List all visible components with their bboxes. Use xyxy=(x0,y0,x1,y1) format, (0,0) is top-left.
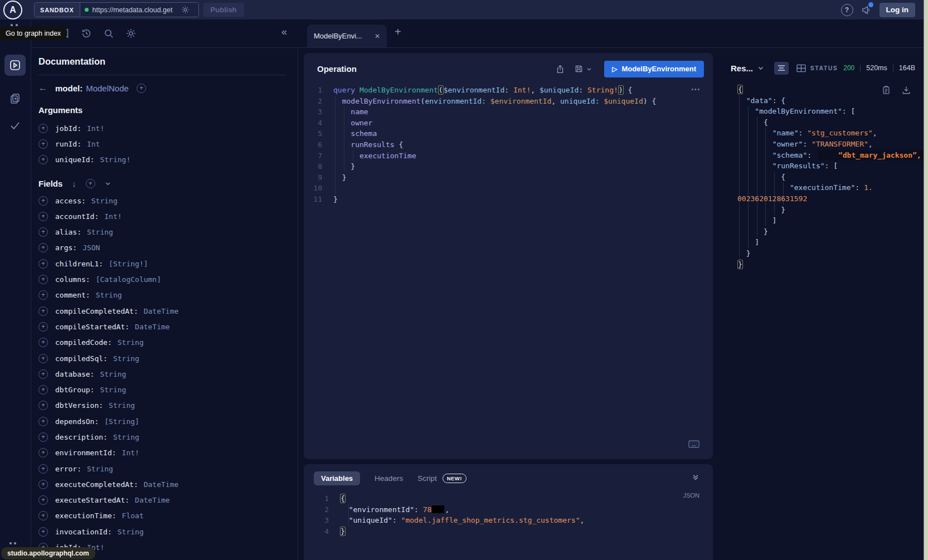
response-chevron-down-icon[interactable] xyxy=(757,65,764,71)
field-type[interactable]: String xyxy=(87,228,113,236)
code-line[interactable]: ] xyxy=(737,215,921,226)
field-type[interactable]: JSON xyxy=(82,244,100,252)
add-field-icon[interactable]: + xyxy=(38,464,48,474)
schema-field-row[interactable]: +executeStartedAt:DateTime xyxy=(38,493,286,508)
tab-close-icon[interactable]: ✕ xyxy=(375,32,380,40)
copy-response-icon[interactable] xyxy=(882,85,891,95)
field-type[interactable]: String xyxy=(109,401,135,410)
field-type[interactable]: Int! xyxy=(87,124,104,133)
code-line[interactable]: 5 schema xyxy=(304,128,713,139)
add-field-icon[interactable]: + xyxy=(38,306,48,316)
field-type[interactable]: String xyxy=(100,370,126,378)
code-line[interactable]: 1query ModelByEnvironment($environmentId… xyxy=(304,85,713,96)
add-field-icon[interactable]: + xyxy=(38,354,48,363)
add-field-icon[interactable]: + xyxy=(38,338,48,347)
nav-explorer-item[interactable] xyxy=(4,55,26,76)
add-field-icon[interactable]: + xyxy=(38,385,48,395)
schema-field-row[interactable]: +accountId:Int! xyxy=(38,208,286,224)
field-type[interactable]: Int xyxy=(87,140,100,148)
code-line[interactable]: 1{ xyxy=(310,493,713,504)
code-line[interactable]: } xyxy=(737,226,921,237)
tab-script[interactable]: Script xyxy=(417,474,437,483)
operation-tab[interactable]: ModelByEnvi... ✕ xyxy=(307,25,387,47)
add-field-icon[interactable]: + xyxy=(38,259,48,269)
schema-field-row[interactable]: +compileStartedAt:DateTime xyxy=(38,319,286,334)
code-line[interactable]: "runResults": [ xyxy=(737,160,921,172)
code-line[interactable]: 3 "uniqueId": "model.jaffle_shop_metrics… xyxy=(310,515,713,526)
field-type[interactable]: String! xyxy=(100,155,130,164)
announcements-megaphone-icon[interactable] xyxy=(861,4,872,15)
add-field-icon[interactable]: + xyxy=(38,243,48,252)
sandbox-badge[interactable]: SANDBOX xyxy=(35,3,80,17)
code-line[interactable]: "modelByEnvironment": [ xyxy=(737,106,921,117)
field-type[interactable]: Int! xyxy=(104,212,122,221)
schema-field-row[interactable]: +database:String xyxy=(38,366,286,382)
field-type[interactable]: String xyxy=(91,197,118,205)
field-type[interactable]: String xyxy=(113,433,139,441)
field-type[interactable]: String xyxy=(118,338,144,347)
code-line[interactable]: } xyxy=(737,248,921,259)
schema-field-row[interactable]: +invocationId:String xyxy=(38,524,286,539)
schema-field-row[interactable]: +executionTime:Float xyxy=(38,508,286,524)
connection-settings-gear-icon[interactable] xyxy=(181,6,190,14)
login-button[interactable]: Log in xyxy=(880,3,916,17)
sort-fields-icon[interactable]: ↓ xyxy=(72,179,76,188)
add-field-icon[interactable]: + xyxy=(38,196,48,206)
code-line[interactable]: } xyxy=(737,204,921,216)
schema-field-row[interactable]: +comment:String xyxy=(38,288,286,303)
schema-field-row[interactable]: +access:String xyxy=(38,193,286,208)
add-field-icon[interactable]: + xyxy=(38,511,48,520)
field-type[interactable]: DateTime xyxy=(135,323,170,331)
add-all-fields-icon[interactable]: + xyxy=(86,179,95,188)
schema-field-row[interactable]: +description:String xyxy=(38,429,286,445)
collapse-sidebar-icon[interactable]: « xyxy=(281,26,287,38)
schema-field-row[interactable]: +compiledCode:String xyxy=(38,335,286,350)
code-line[interactable]: ] xyxy=(737,237,921,248)
new-tab-icon[interactable]: + xyxy=(395,26,401,38)
schema-field-row[interactable]: +environmentId:Int! xyxy=(38,445,286,461)
schema-field-row[interactable]: +alias:String xyxy=(38,224,286,240)
code-line[interactable]: "name": "stg_customers", xyxy=(737,128,921,139)
add-field-icon[interactable]: + xyxy=(38,369,48,379)
code-line[interactable]: 10 xyxy=(304,183,713,194)
add-field-icon[interactable]: + xyxy=(38,322,48,332)
schema-field-row[interactable]: +compileCompletedAt:DateTime xyxy=(38,303,286,319)
graph-index-icon[interactable] xyxy=(11,24,13,26)
add-field-icon[interactable]: + xyxy=(38,401,48,410)
add-field-icon[interactable]: + xyxy=(38,495,48,505)
add-field-icon[interactable]: + xyxy=(38,227,48,237)
add-type-icon[interactable]: + xyxy=(137,84,146,93)
table-view-toggle[interactable] xyxy=(796,64,806,72)
code-line[interactable]: "data": { xyxy=(737,95,921,106)
add-field-icon[interactable]: + xyxy=(38,275,48,284)
tree-view-toggle[interactable] xyxy=(774,62,789,75)
graph-index-icon[interactable] xyxy=(16,24,18,26)
add-field-icon[interactable]: + xyxy=(38,124,48,133)
add-field-icon[interactable]: + xyxy=(38,155,48,164)
share-icon[interactable] xyxy=(555,64,565,74)
help-icon[interactable]: ? xyxy=(841,4,853,16)
code-line[interactable]: "executionTime": 1. xyxy=(737,182,921,193)
settings-gear-icon[interactable] xyxy=(125,28,137,39)
code-line[interactable]: "owner": "TRANSFORMER", xyxy=(737,139,921,150)
field-type[interactable]: String xyxy=(100,386,126,394)
fields-chevron-down-icon[interactable] xyxy=(105,181,111,187)
field-type[interactable]: DateTime xyxy=(144,480,179,489)
code-line[interactable]: 3 name xyxy=(304,106,713,118)
code-line[interactable]: 11} xyxy=(304,194,713,205)
field-type[interactable]: [String] xyxy=(104,417,139,426)
save-icon[interactable] xyxy=(574,64,592,74)
add-field-icon[interactable]: + xyxy=(38,432,48,442)
code-line[interactable]: { xyxy=(737,172,921,183)
code-line[interactable]: } xyxy=(737,259,921,270)
schema-field-row[interactable]: +dependsOn:[String] xyxy=(38,413,286,429)
schema-field-row[interactable]: +args:JSON xyxy=(38,240,286,256)
collapse-variables-icon[interactable] xyxy=(692,473,699,481)
schema-field-row[interactable]: +jobId:Int! xyxy=(38,120,286,136)
nav-schema-item[interactable] xyxy=(4,88,26,109)
run-operation-button[interactable]: ▷ ModelByEnvironment xyxy=(604,61,704,77)
field-type[interactable]: String xyxy=(113,354,139,363)
back-arrow-icon[interactable]: ← xyxy=(38,83,47,93)
endpoint-url[interactable]: https://metadata.cloud.get xyxy=(93,6,177,14)
code-line[interactable]: 0023620128631592 xyxy=(737,193,921,204)
